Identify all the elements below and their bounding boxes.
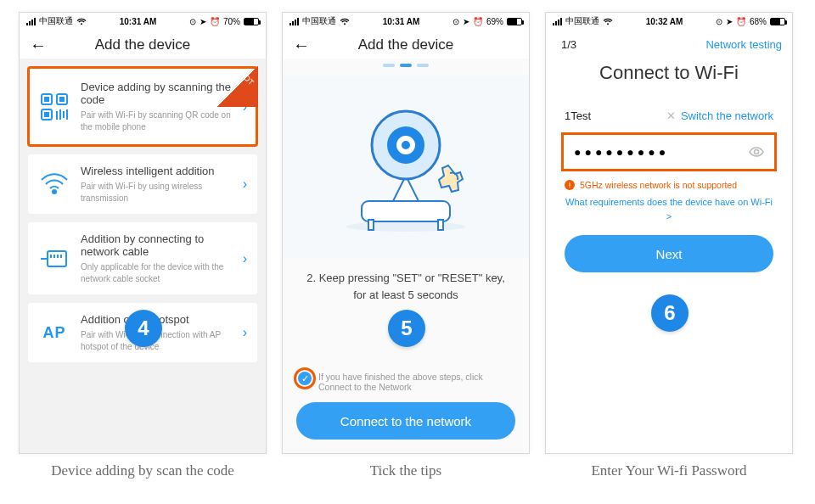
signal-icon <box>26 18 36 25</box>
step-number-badge: 4 <box>125 310 162 347</box>
battery-percent: 68% <box>750 17 767 26</box>
location-icon: ➤ <box>463 17 469 26</box>
card-title: Addition by connecting to network cable <box>81 232 234 258</box>
card-subtitle: Pair with Wi-Fi by using wireless transm… <box>81 181 234 204</box>
carrier-label: 中国联通 <box>302 15 336 27</box>
network-testing-link[interactable]: Network testing <box>705 38 782 51</box>
chevron-right-icon: › <box>243 176 249 192</box>
svg-rect-5 <box>45 113 48 116</box>
battery-icon <box>770 18 785 25</box>
eye-icon[interactable] <box>749 147 764 157</box>
svg-rect-7 <box>48 251 66 266</box>
svg-rect-9 <box>362 201 450 221</box>
alarm-icon: ⏰ <box>736 17 746 26</box>
progress-counter: 1/3 <box>561 38 576 51</box>
card-title: Wireless intelligent addition <box>81 165 234 177</box>
ap-icon: AP <box>42 324 65 342</box>
qr-code-icon <box>37 92 72 121</box>
hot-badge: HOT <box>217 66 258 107</box>
clock-label: 10:31 AM <box>120 17 157 26</box>
instruction-text: 2. Keep pressing "SET" or "RESET" key, f… <box>283 258 529 303</box>
chevron-right-icon: › <box>243 251 249 266</box>
panel-step-5: 中国联通 10:31 AM ⊙ ➤ ⏰ 69% ← Add the device <box>282 12 530 454</box>
alarm-icon: ⏰ <box>473 17 483 26</box>
nav-title: Add the device <box>358 36 453 53</box>
card-qr-code-add[interactable]: HOT Device adding by scanning the code P… <box>28 67 257 146</box>
location-icon: ➤ <box>200 17 206 26</box>
card-title: Device adding by scanning the code <box>81 81 234 106</box>
clock-label: 10:31 AM <box>383 17 420 26</box>
ethernet-icon <box>37 248 72 270</box>
svg-point-15 <box>402 141 410 149</box>
wifi-icon <box>603 18 613 25</box>
wifi-icon <box>76 18 87 25</box>
wifi-requirements-link[interactable]: What requirements does the device have o… <box>565 195 773 223</box>
close-icon: ✕ <box>666 109 676 122</box>
page-title: Connect to Wi-Fi <box>565 62 773 84</box>
status-bar: 中国联通 10:31 AM ⊙ ➤ ⏰ 70% <box>20 13 266 30</box>
wifi-ssid-label: 1Test <box>565 109 591 122</box>
svg-rect-3 <box>60 98 64 101</box>
nav-bar: ← Add the device <box>20 30 266 59</box>
back-button[interactable]: ← <box>30 36 47 53</box>
confirm-checkbox[interactable]: ✓ <box>298 372 312 385</box>
captions-row: Device adding by scan the code Tick the … <box>0 454 815 479</box>
nav-indicator-icon: ⊙ <box>716 17 722 26</box>
switch-network-link[interactable]: ✕ Switch the network <box>666 109 773 122</box>
svg-point-6 <box>53 190 56 193</box>
step-number-badge: 5 <box>388 310 425 347</box>
battery-icon <box>507 18 522 25</box>
svg-rect-10 <box>368 220 374 230</box>
nav-title: Add the device <box>95 36 190 53</box>
chevron-right-icon: › <box>243 325 249 340</box>
signal-icon <box>553 18 562 25</box>
battery-percent: 70% <box>223 17 240 26</box>
card-subtitle: Only applicable for the device with the … <box>81 261 234 284</box>
battery-percent: 69% <box>486 17 503 26</box>
carrier-label: 中国联通 <box>565 15 599 27</box>
panel-step-4: 中国联通 10:31 AM ⊙ ➤ ⏰ 70% ← Add the device… <box>19 12 267 454</box>
confirm-text: If you have finished the above steps, cl… <box>318 372 514 392</box>
status-bar: 中国联通 10:32 AM ⊙ ➤ ⏰ 68% <box>546 13 792 30</box>
signal-icon <box>289 18 299 25</box>
nav-bar: ← Add the device <box>283 30 529 59</box>
caption-step-6: Enter Your Wi-fi Password <box>545 462 793 479</box>
nav-bar: 1/3 Network testing <box>546 30 792 42</box>
warning-icon: ! <box>565 180 575 190</box>
card-wireless-add[interactable]: Wireless intelligent addition Pair with … <box>28 154 257 214</box>
panel-step-6: 中国联通 10:32 AM ⊙ ➤ ⏰ 68% 1/3 Network test… <box>545 12 793 454</box>
next-button[interactable]: Next <box>565 235 773 272</box>
alarm-icon: ⏰ <box>210 17 220 26</box>
clock-label: 10:32 AM <box>646 17 683 26</box>
svg-point-16 <box>755 150 759 154</box>
location-icon: ➤ <box>726 17 733 26</box>
svg-point-8 <box>346 221 465 232</box>
caption-step-4: Device adding by scan the code <box>19 462 267 479</box>
svg-rect-11 <box>438 220 443 230</box>
step-number-badge: 6 <box>651 294 689 332</box>
password-field[interactable]: ●●●●●●●●● <box>561 132 777 171</box>
card-cable-add[interactable]: Addition by connecting to network cable … <box>28 222 257 294</box>
card-subtitle: Pair with Wi-Fi by scanning QR code on t… <box>81 109 234 132</box>
caption-step-5: Tick the tips <box>282 462 530 479</box>
camera-illustration <box>283 76 529 258</box>
svg-rect-1 <box>45 98 48 101</box>
wifi-waves-icon <box>37 173 72 195</box>
password-value: ●●●●●●●●● <box>574 145 669 159</box>
battery-icon <box>244 18 259 25</box>
carrier-label: 中国联通 <box>39 15 73 27</box>
page-indicator <box>283 59 529 76</box>
status-bar: 中国联通 10:31 AM ⊙ ➤ ⏰ 69% <box>283 13 529 30</box>
wifi-icon <box>340 18 350 25</box>
warning-5ghz: ! 5GHz wireless network is not supported <box>565 180 773 190</box>
connect-network-button[interactable]: Connect to the network <box>296 402 515 440</box>
nav-indicator-icon: ⊙ <box>189 17 196 26</box>
back-button[interactable]: ← <box>293 36 310 53</box>
nav-indicator-icon: ⊙ <box>452 17 459 26</box>
